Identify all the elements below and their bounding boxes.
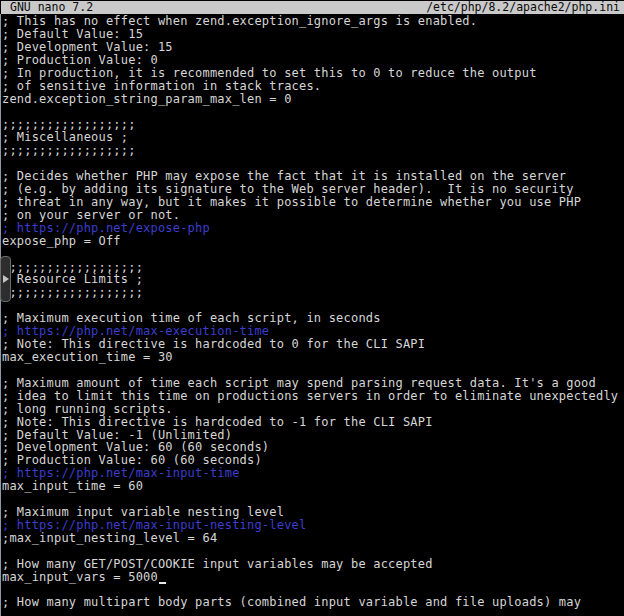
buffer-line[interactable] [2,364,624,377]
buffer-line[interactable]: ; Maximum input variable nesting level [2,506,624,519]
buffer-line[interactable]: ; How many multipart body parts (combine… [2,596,624,609]
buffer-line[interactable]: ;max_input_nesting_level = 64 [2,532,624,545]
buffer-line[interactable]: max_execution_time = 30 [2,351,624,364]
buffer-line[interactable]: max_input_vars = 5000 [2,571,624,584]
buffer-line[interactable]: ; on your server or not. [2,209,624,222]
buffer-line[interactable]: expose_php = Off [2,235,624,248]
buffer-line[interactable]: ; How many GET/POST/COOKIE input variabl… [2,558,624,571]
scroll-marker[interactable] [0,256,11,302]
buffer-line[interactable]: ; threat in any way, but it makes it pos… [2,196,624,209]
window-left-border [0,14,1,616]
play-icon [3,275,9,283]
file-path: /etc/php/8.2/apache2/php.ini [426,1,621,14]
buffer-line[interactable]: ; of sensitive information in stack trac… [2,80,624,93]
buffer-line[interactable]: zend.exception_string_param_max_len = 0 [2,93,624,106]
editor-buffer[interactable]: ; This has no effect when zend.exception… [2,15,624,609]
buffer-line[interactable]: ; In production, it is recommended to se… [2,67,624,80]
buffer-line[interactable]: ; Maximum amount of time each script may… [2,377,624,390]
buffer-line[interactable]: max_input_time = 60 [2,480,624,493]
buffer-line[interactable]: ; Production Value: 0 [2,54,624,67]
nano-titlebar: GNU nano 7.2 /etc/php/8.2/apache2/php.in… [1,1,624,14]
buffer-line[interactable]: ; (e.g. by adding its signature to the W… [2,183,624,196]
text-cursor [159,571,166,584]
buffer-line[interactable]: ; This has no effect when zend.exception… [2,15,624,28]
buffer-line[interactable]: ;;;;;;;;;;;;;;;;;; [2,144,624,157]
terminal-window[interactable]: GNU nano 7.2 /etc/php/8.2/apache2/php.in… [0,0,624,616]
app-title: GNU nano 7.2 [1,1,93,14]
buffer-line[interactable]: ; Note: This directive is hardcoded to -… [2,416,624,429]
buffer-line[interactable]: ; Development Value: 15 [2,41,624,54]
url-line[interactable]: ; https://php.net/max-input-nesting-leve… [2,519,624,532]
buffer-line[interactable]: ;;;;;;;;;;;;;;;;;;; [2,286,624,299]
buffer-line[interactable]: ; Default Value: 15 [2,28,624,41]
url-line[interactable]: ; https://php.net/expose-php [2,222,624,235]
buffer-line[interactable]: ; idea to limit this time on productions… [2,390,624,403]
buffer-line[interactable] [2,545,624,558]
buffer-line[interactable]: ; long running scripts. [2,403,624,416]
buffer-line[interactable] [2,248,624,261]
